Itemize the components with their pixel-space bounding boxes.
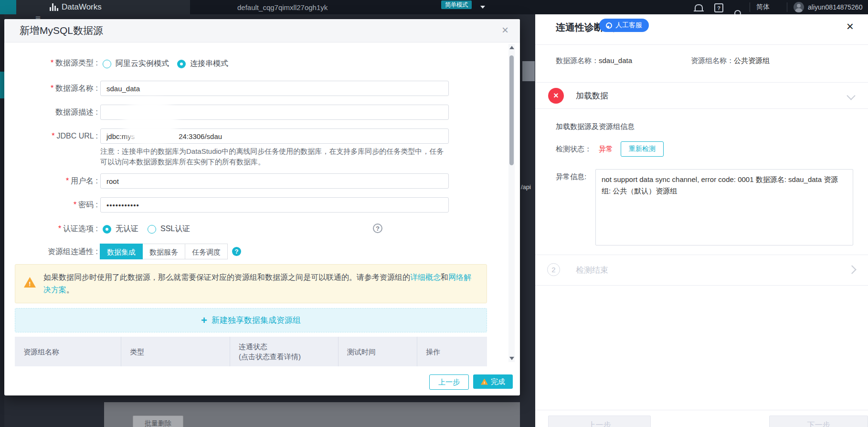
scroll-up-icon[interactable] — [509, 46, 514, 49]
datasource-name-label: *数据源名称 : — [4, 81, 98, 96]
left-sidebar-active-indicator — [0, 72, 4, 98]
jdbc-url-suffix: 24:3306/sdau — [179, 132, 222, 140]
background-api-text: /api — [521, 183, 531, 191]
add-mysql-datasource-modal: 新增MySQL数据源 × *数据源类型 : 阿里云实例模式 连接串模式 *数据源… — [4, 19, 520, 395]
link-detail-concept[interactable]: 详细概念 — [410, 273, 441, 281]
rg-info-value: 公共资源组 — [734, 56, 770, 64]
tab-data-service[interactable]: 数据服务 — [142, 244, 185, 259]
datasource-name-input[interactable]: sdau_data — [100, 81, 449, 96]
password-label: *密码 : — [4, 197, 98, 213]
step1-error-icon: × — [548, 88, 564, 104]
radio-ssl-auth[interactable]: SSL认证 — [148, 224, 190, 234]
help-icon[interactable]: ? — [714, 3, 723, 12]
required-mark: * — [51, 59, 53, 67]
radio-no-auth[interactable]: 无认证 — [103, 224, 138, 234]
tab-data-integration[interactable]: 数据集成 — [100, 244, 143, 259]
navbar-divider — [787, 2, 787, 12]
status-value-error[interactable]: 异常 — [599, 145, 613, 154]
support-label: 人工客服 — [615, 21, 642, 30]
th-type: 类型 — [121, 337, 230, 366]
required-mark: * — [66, 177, 69, 185]
required-mark: * — [74, 201, 76, 209]
modal-close-icon[interactable]: × — [502, 23, 508, 37]
create-exclusive-rg-button[interactable]: + 新建独享数据集成资源组 — [15, 308, 487, 332]
radio-label: 连接串模式 — [190, 59, 228, 69]
radio-aliyun-instance-mode[interactable]: 阿里云实例模式 — [103, 59, 169, 69]
panel-next-button-disabled[interactable]: 下一步 — [769, 416, 868, 427]
modal-header: 新增MySQL数据源 × — [4, 19, 520, 43]
rg-connectivity-tabs: 数据集成 数据服务 任务调度 — [100, 244, 228, 259]
scrollbar-thumb[interactable] — [509, 55, 514, 165]
nav-menu-square[interactable] — [0, 0, 16, 14]
top-navbar: DataWorks default_cqg7qimxll27ogh1yk 简单模… — [0, 0, 868, 14]
human-support-button[interactable]: 人工客服 — [599, 19, 649, 32]
finish-warning-icon: ! — [481, 379, 488, 385]
step2-title: 检测结束 — [576, 265, 608, 276]
notifications-bell-icon[interactable] — [695, 4, 703, 11]
warning-part1: 如果数据同步时使用了此数据源，那么就需要保证对应的资源组和数据源之间是可以联通的… — [43, 273, 410, 281]
dataworks-logo[interactable]: DataWorks — [50, 0, 102, 14]
radio-label: 无认证 — [116, 224, 138, 234]
product-name: DataWorks — [62, 2, 102, 12]
required-mark: * — [58, 224, 61, 233]
panel-close-icon[interactable]: × — [847, 19, 854, 34]
user-account-name[interactable]: aliyun0814875260 — [808, 0, 862, 14]
step2-number-badge: 2 — [547, 263, 560, 276]
datasource-desc-label: 数据源描述 : — [4, 105, 98, 120]
step2-top-divider — [535, 255, 868, 255]
radio-icon-selected[interactable] — [177, 60, 186, 68]
connectivity-warning-box: ! 如果数据同步时使用了此数据源，那么就需要保证对应的资源组和数据源之间是可以联… — [15, 264, 487, 303]
warning-part3: 。 — [66, 286, 74, 294]
user-avatar[interactable] — [794, 2, 804, 12]
panel-footer-divider — [535, 410, 868, 410]
retry-detect-button[interactable]: 重新检测 — [621, 141, 664, 157]
background-page-fragment — [522, 61, 535, 81]
jdbc-note-line1: 注意：连接串中的数据库为DataStudio中的离线同步任务使用的数据库，在支持… — [100, 146, 463, 157]
required-mark: * — [52, 132, 54, 140]
warning-text: 如果数据同步时使用了此数据源，那么就需要保证对应的资源组和数据源之间是可以联通的… — [43, 271, 478, 296]
step2-bottom-divider — [535, 285, 868, 286]
warning-triangle-icon: ! — [24, 277, 36, 288]
username-label: *用户名 : — [4, 173, 98, 189]
finish-label: 完成 — [491, 377, 505, 386]
help-circle-icon[interactable]: ? — [373, 224, 382, 233]
password-input[interactable]: ••••••••••• — [100, 197, 449, 213]
radio-icon-selected[interactable] — [103, 225, 111, 234]
modal-prev-step-button[interactable]: 上一步 — [429, 374, 469, 390]
connectivity-diagnosis-panel: 连通性诊断工具 人工客服 × 数据源名称：sdau_data 资源组名称：公共资… — [535, 14, 868, 427]
language-switch[interactable]: 简体 — [756, 0, 770, 14]
navbar-left-section — [16, 0, 190, 14]
th-test-time: 测试时间 — [338, 337, 417, 366]
username-input[interactable]: root — [100, 173, 449, 189]
warning-part2: 和 — [441, 273, 448, 281]
jdbc-note-line2: 可以访问本数据源数据库所在实例下的所有数据库。 — [100, 157, 463, 167]
jdbc-url-label: *JDBC URL : — [4, 128, 98, 144]
batch-delete-button[interactable]: 批量删除 — [133, 416, 183, 427]
tab-task-scheduling[interactable]: 任务调度 — [185, 244, 228, 259]
radio-icon[interactable] — [148, 225, 156, 234]
privacy-blur-mask — [123, 98, 177, 145]
modal-scrollbar[interactable] — [508, 44, 515, 362]
datasource-info: 数据源名称：sdau_data — [556, 56, 632, 65]
help-badge-icon[interactable]: ? — [232, 247, 241, 256]
project-caret-down-icon[interactable] — [480, 6, 485, 9]
radio-connection-string-mode[interactable]: 连接串模式 — [177, 59, 228, 69]
scroll-down-icon[interactable] — [509, 357, 514, 360]
dataworks-logo-icon — [50, 3, 58, 11]
radio-icon[interactable] — [103, 60, 111, 68]
mode-badge: 简单模式 — [441, 0, 472, 9]
th-connect-status: 连通状态(点击状态查看详情) — [230, 337, 338, 366]
panel-prev-button-disabled[interactable]: 上一步 — [548, 416, 651, 427]
modal-title: 新增MySQL数据源 — [20, 19, 103, 42]
headset-icon — [606, 22, 612, 29]
modal-finish-button[interactable]: ! 完成 — [473, 374, 513, 389]
project-selector[interactable]: default_cqg7qimxll27ogh1yk — [237, 0, 328, 14]
panel-divider — [535, 44, 868, 45]
resource-group-table-header: 资源组名称 类型 连通状态(点击状态查看详情) 测试时间 操作 — [15, 337, 487, 366]
required-mark: * — [51, 84, 53, 92]
step2-chevron-right-icon[interactable] — [847, 265, 856, 274]
step1-collapse-chevron-down-icon[interactable] — [847, 91, 855, 100]
datasource-info-value: sdau_data — [599, 56, 632, 64]
resource-group-info: 资源组名称：公共资源组 — [691, 56, 770, 65]
datasource-info-label: 数据源名称： — [556, 56, 599, 64]
